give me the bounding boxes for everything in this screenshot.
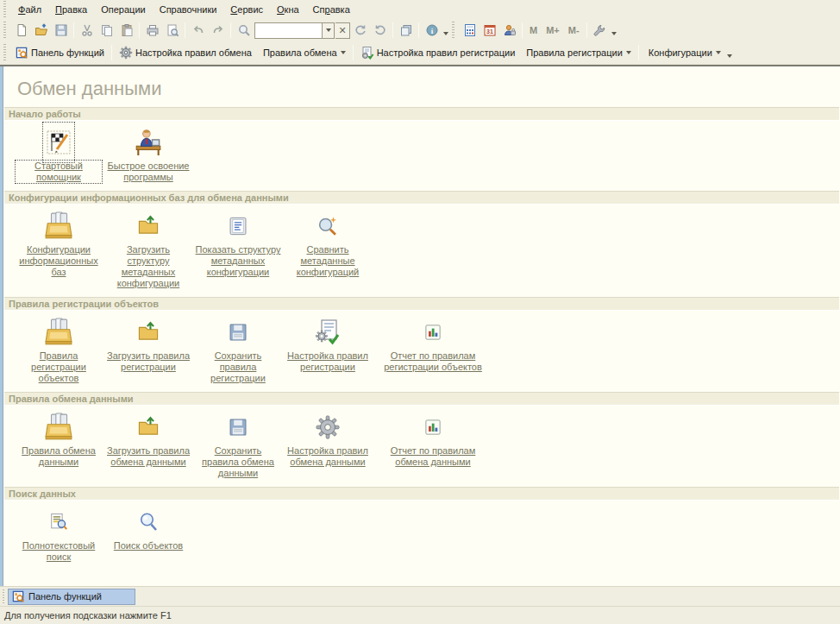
compare-icon: [317, 215, 339, 237]
report-button[interactable]: [424, 409, 442, 445]
window-tab-label: Панель функций: [28, 591, 102, 602]
section-body-0: Стартовый помощникБыстрое освоение прогр…: [3, 121, 840, 191]
panel-item-link[interactable]: Сохранить правила обмена данными: [195, 445, 281, 479]
new-document-button[interactable]: [11, 21, 31, 40]
tabbar-drag-handle[interactable]: [2, 589, 6, 603]
toolbar-separator: [139, 22, 140, 38]
print-button[interactable]: [142, 21, 162, 40]
panel-item-link[interactable]: Конфигурации информационных баз: [16, 244, 102, 278]
cardfile-button[interactable]: [41, 409, 76, 445]
panel-item-link[interactable]: Загрузить правила регистрации: [105, 350, 191, 373]
toolbar-overflow-caret[interactable]: [610, 21, 618, 40]
panel-item-link[interactable]: Настройка правил обмена данными: [285, 445, 371, 468]
panel-item-link[interactable]: Стартовый помощник: [16, 161, 102, 183]
find-button[interactable]: [234, 21, 254, 40]
info-button[interactable]: i: [422, 21, 442, 40]
menu-item-3[interactable]: Справочники: [153, 2, 224, 17]
cut-button[interactable]: [77, 21, 97, 40]
calculator-button[interactable]: [460, 21, 480, 40]
window-tab-0[interactable]: Панель функций: [8, 589, 135, 605]
panel-item: Быстрое освоение программы: [105, 124, 191, 183]
save-big-button[interactable]: [229, 409, 248, 445]
menubar-drag-handle[interactable]: [3, 1, 9, 18]
toolbar-drag-handle[interactable]: [3, 44, 9, 61]
cardfile-button[interactable]: [41, 208, 76, 244]
menu-item-5[interactable]: Окна: [270, 2, 306, 17]
menu-item-1[interactable]: Правка: [48, 2, 94, 17]
memory-m+-button[interactable]: M+: [542, 21, 564, 40]
fulltext-search-button[interactable]: [48, 504, 69, 540]
undo-button[interactable]: [188, 21, 208, 40]
start-assistant-button[interactable]: [45, 124, 72, 161]
print-preview-button[interactable]: [162, 21, 182, 40]
panel-item-link[interactable]: Загрузить структуру метаданных конфигура…: [105, 244, 191, 289]
panel-item-link[interactable]: Настройка правил регистрации: [285, 350, 371, 373]
calendar-button[interactable]: 31: [480, 21, 499, 40]
save-button[interactable]: [51, 21, 71, 40]
panel-item-link[interactable]: Правила регистрации объектов: [16, 350, 102, 384]
folder-up-button[interactable]: [137, 314, 160, 350]
panel-item: Показать структуру метаданных конфигурац…: [195, 208, 281, 278]
memory-m-button[interactable]: M: [525, 21, 542, 40]
panel-item: Правила регистрации объектов: [16, 314, 102, 384]
panel-item-link[interactable]: Отчет по правилам регистрации объектов: [374, 350, 492, 373]
find-prev-button[interactable]: [350, 21, 370, 40]
users-button[interactable]: [499, 21, 519, 40]
panel-item-link[interactable]: Полнотекстовый поиск: [16, 540, 102, 563]
panel-item-link[interactable]: Сохранить правила регистрации: [195, 350, 281, 384]
paste-button[interactable]: [116, 21, 136, 40]
action-button-6[interactable]: Настройка правил регистрации: [356, 43, 520, 62]
panel-item: Сохранить правила обмена данными: [195, 409, 281, 479]
toolbar-overflow-caret[interactable]: [442, 21, 450, 40]
wrench-button[interactable]: [590, 21, 610, 40]
doc-view-button[interactable]: [229, 208, 248, 244]
copy-button[interactable]: [97, 21, 116, 40]
action-button-7[interactable]: Правила регистрации: [519, 43, 635, 62]
open-folder-button[interactable]: [31, 21, 51, 40]
menu-item-4[interactable]: Сервис: [223, 2, 270, 17]
action-button-1[interactable]: Панель функций: [11, 43, 109, 62]
action-button-label: Правила регистрации: [526, 47, 622, 58]
panel-item-link[interactable]: Поиск объектов: [114, 540, 183, 552]
quick-search-dropdown-button[interactable]: [322, 22, 335, 39]
quick-learning-button[interactable]: [133, 124, 164, 161]
menu-item-2[interactable]: Операции: [94, 2, 152, 17]
window-list-button[interactable]: [396, 21, 416, 40]
report-button[interactable]: [424, 314, 442, 350]
toolbar-separator: [392, 22, 393, 38]
menu-item-6[interactable]: Справка: [306, 2, 357, 17]
panel-item: Стартовый помощник: [16, 124, 102, 183]
panel-item-link[interactable]: Сравнить метаданные конфигураций: [285, 244, 371, 278]
menu-item-0[interactable]: Файл: [11, 2, 48, 17]
folder-up-button[interactable]: [137, 409, 160, 445]
find-prev-icon: [354, 23, 367, 37]
dropdown-caret-icon: [716, 51, 721, 54]
gear-big-button[interactable]: [315, 409, 341, 445]
panel-item-link[interactable]: Быстрое освоение программы: [105, 161, 191, 183]
cardfile-icon: [41, 318, 76, 347]
search-objects-button[interactable]: [138, 504, 159, 540]
compare-button[interactable]: [317, 208, 339, 244]
action-button-4[interactable]: Правила обмена: [256, 43, 350, 62]
redo-button[interactable]: [208, 21, 228, 40]
report-icon: [424, 324, 442, 341]
save-big-button[interactable]: [229, 314, 248, 350]
toolbar-drag-handle[interactable]: [451, 22, 457, 39]
panel-item-link[interactable]: Отчет по правилам обмена данными: [374, 445, 492, 468]
quick-search-input[interactable]: [254, 22, 322, 39]
cardfile-button[interactable]: [41, 314, 76, 350]
toolbar-drag-handle[interactable]: [3, 22, 9, 39]
panel-item-link[interactable]: Показать структуру метаданных конфигурац…: [195, 244, 281, 278]
reg-settings-big-button[interactable]: [314, 314, 342, 350]
action-button-9[interactable]: Конфигурации: [642, 43, 725, 62]
folder-up-button[interactable]: [137, 208, 160, 244]
toolbar-overflow-caret[interactable]: [725, 43, 734, 62]
copy-icon: [100, 23, 114, 37]
panel-item-link[interactable]: Загрузить правила обмена данными: [105, 445, 191, 468]
memory-m--button[interactable]: M-: [564, 21, 584, 40]
quick-search-clear-button[interactable]: ✕: [335, 22, 350, 39]
section-body-1: Конфигурации информационных базЗагрузить…: [3, 205, 840, 297]
find-next-button[interactable]: [370, 21, 390, 40]
panel-item-link[interactable]: Правила обмена данными: [16, 445, 102, 468]
action-button-3[interactable]: Настройка правил обмена: [115, 43, 256, 62]
